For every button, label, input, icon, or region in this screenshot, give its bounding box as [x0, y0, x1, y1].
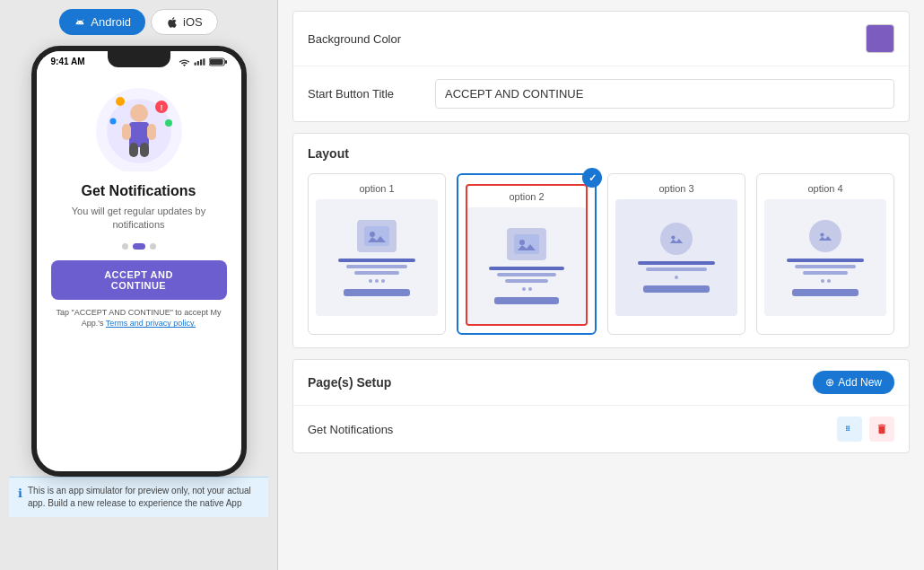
background-color-swatch[interactable] [866, 24, 894, 53]
svg-rect-14 [140, 143, 149, 157]
preview-lines-1 [321, 259, 432, 275]
preview-btn-2 [494, 297, 559, 304]
svg-text:!: ! [160, 103, 162, 112]
preview-line [646, 267, 707, 271]
preview-img-1 [357, 220, 397, 252]
start-button-row: Start Button Title [293, 66, 909, 121]
preview-line [346, 265, 407, 268]
add-new-label: Add New [838, 376, 882, 389]
preview-btn-3 [643, 285, 710, 293]
battery-icon [209, 57, 227, 66]
dot-1 [122, 243, 128, 250]
svg-point-27 [820, 232, 824, 236]
layout-section-title: Layout [308, 146, 894, 161]
pages-title: Page(s) Setup [308, 375, 391, 390]
page-item-1: Get Notifications ⠿ [293, 406, 909, 452]
preview-btn-1 [344, 289, 410, 296]
layout-option-4-label: option 4 [764, 183, 886, 194]
preview-line [787, 259, 865, 262]
phone-accept-button[interactable]: ACCEPT AND CONTINUE [51, 260, 227, 300]
pages-header: Page(s) Setup ⊕ Add New [293, 360, 909, 406]
phone-pagination-dots [122, 243, 156, 250]
phone-illustration: ! [85, 77, 193, 176]
svg-point-18 [165, 119, 172, 127]
info-icon: ℹ [18, 486, 22, 510]
svg-rect-2 [200, 59, 202, 66]
svg-rect-22 [514, 234, 539, 254]
start-button-input[interactable] [435, 79, 894, 109]
layout-preview-3 [615, 199, 737, 316]
svg-rect-3 [203, 58, 205, 66]
status-icons [179, 57, 227, 66]
preview-image-icon-1 [364, 226, 389, 246]
svg-rect-6 [225, 60, 227, 64]
layout-options: option 1 [308, 173, 894, 335]
layout-preview-2 [467, 207, 586, 324]
layout-option-2[interactable]: ✓ option 2 [457, 173, 597, 335]
svg-rect-5 [210, 59, 223, 65]
phone-mockup: 9:41 AM [31, 46, 247, 477]
phone-terms-link[interactable]: Terms and privacy policy. [106, 319, 196, 328]
preview-image-icon-2 [514, 234, 539, 254]
android-label: Android [91, 15, 131, 29]
svg-rect-26 [816, 229, 834, 243]
svg-rect-1 [196, 60, 198, 65]
svg-point-23 [519, 240, 525, 245]
page-move-button[interactable]: ⠿ [837, 417, 862, 442]
wifi-icon [179, 57, 190, 66]
add-new-button[interactable]: ⊕ Add New [813, 371, 894, 394]
platform-tabs: Android iOS [9, 9, 268, 35]
preview-lines-3 [621, 261, 732, 271]
preview-dots-4 [821, 279, 831, 283]
pages-section: Page(s) Setup ⊕ Add New Get Notification… [292, 359, 910, 453]
android-tab[interactable]: Android [59, 9, 145, 35]
layout-option-1[interactable]: option 1 [308, 173, 446, 335]
phone-terms-text: Tap "ACCEPT AND CONTINUE" to accept My A… [51, 307, 227, 329]
preview-circle-4 [809, 220, 841, 252]
ios-label: iOS [183, 15, 203, 29]
android-icon [74, 16, 86, 29]
preview-dots-2 [522, 287, 532, 291]
info-bar-text: This is an app simulator for preview onl… [28, 485, 259, 510]
svg-point-21 [370, 232, 375, 237]
phone-content: ! Get Notifications You will get regular… [37, 68, 241, 340]
svg-rect-24 [667, 232, 685, 246]
add-icon: ⊕ [825, 376, 834, 389]
start-button-label: Start Button Title [308, 87, 424, 101]
settings-section: Background Color Start Button Title [292, 11, 910, 122]
svg-rect-20 [364, 226, 389, 246]
dot-2 [133, 243, 145, 250]
ios-tab[interactable]: iOS [151, 9, 218, 35]
preview-line [803, 271, 848, 275]
phone-notch [108, 51, 170, 67]
signal-icon [194, 57, 205, 66]
background-color-label: Background Color [308, 32, 424, 46]
layout-option-3-label: option 3 [615, 183, 737, 194]
preview-line [354, 271, 399, 275]
svg-point-9 [130, 104, 148, 122]
left-panel: Android iOS 9:41 AM [0, 0, 278, 570]
layout-option-1-label: option 1 [316, 183, 438, 194]
layout-option-4[interactable]: option 4 [756, 173, 894, 335]
layout-section: Layout option 1 [292, 133, 910, 348]
preview-line [497, 273, 556, 276]
svg-point-17 [116, 97, 125, 106]
layout-preview-4 [764, 199, 886, 316]
preview-line [795, 265, 856, 268]
right-panel: Background Color Start Button Title Layo… [278, 0, 924, 570]
move-icon: ⠿ [843, 423, 856, 435]
preview-dots-3 [675, 276, 678, 279]
dot-3 [150, 243, 156, 250]
preview-image-icon-3 [667, 232, 685, 246]
layout-option-2-label: option 2 [467, 186, 586, 202]
page-item-1-actions: ⠿ [837, 417, 894, 442]
svg-rect-13 [129, 143, 138, 157]
preview-line [489, 267, 564, 270]
preview-btn-4 [792, 289, 859, 296]
layout-option-3[interactable]: option 3 [607, 173, 745, 335]
phone-notification-title: Get Notifications [81, 183, 196, 199]
page-delete-button[interactable] [869, 417, 894, 442]
background-color-row: Background Color [293, 12, 909, 66]
page-item-1-name: Get Notifications [308, 423, 393, 436]
delete-icon [876, 423, 888, 435]
